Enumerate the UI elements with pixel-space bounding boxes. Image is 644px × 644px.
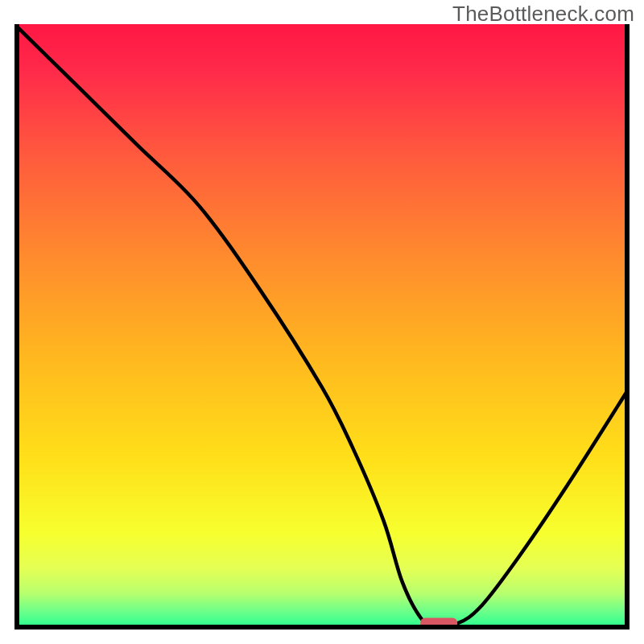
watermark-text: TheBottleneck.com <box>452 2 634 27</box>
plot-frame <box>14 24 630 630</box>
chart-canvas: TheBottleneck.com <box>0 0 644 644</box>
